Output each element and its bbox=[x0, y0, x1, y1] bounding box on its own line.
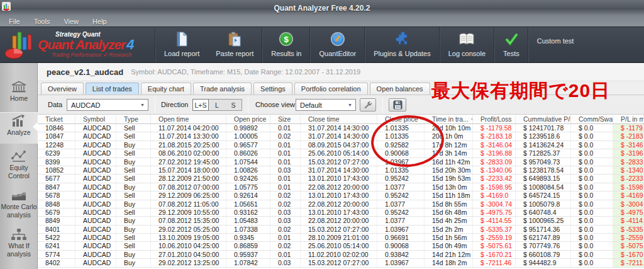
column-header-size[interactable]: Size bbox=[270, 115, 301, 123]
table-row[interactable]: 6241AUDCADSell10.06.2010 04:25:000.86859… bbox=[38, 242, 644, 250]
title-bar[interactable]: Quant Analyzer Free 4.20.2 bbox=[0, 0, 644, 16]
cell: 1.05651 bbox=[226, 200, 270, 208]
column-header-open-price[interactable]: Open price bbox=[226, 115, 270, 123]
report-header: peace_v2.1_audcad Symbol: AUDCAD, Timefr… bbox=[38, 63, 644, 81]
cell: 15d 1h 56m bbox=[425, 234, 473, 241]
table-row[interactable]: 6239AUDCADSell08.06.2010 02:00:000.86026… bbox=[38, 149, 644, 157]
column-header-ticket[interactable]: Ticket bbox=[38, 115, 75, 123]
cell: Sell bbox=[116, 242, 151, 249]
tab-open-balances[interactable]: Open balances bbox=[370, 83, 430, 94]
cell: 0.99892 bbox=[226, 124, 270, 132]
menu-tools[interactable]: Tools bbox=[31, 18, 58, 25]
direction-option-lpluss[interactable]: L+S bbox=[192, 99, 209, 111]
column-header-time-in-tra-[interactable]: Time in tra...▼1 bbox=[425, 115, 473, 123]
tab-overview[interactable]: Overview bbox=[41, 83, 84, 94]
cell: 0.02 bbox=[270, 132, 301, 140]
column-header-close-time[interactable]: Close time bbox=[301, 115, 377, 123]
cell: 13.01.2010 17:43:00 bbox=[301, 209, 377, 216]
cell: Sell bbox=[116, 209, 151, 216]
table-row[interactable]: 5677AUDCADSell28.12.2009 21:50:000.92426… bbox=[38, 175, 644, 183]
column-header-profit-loss[interactable]: Profit/Loss bbox=[473, 115, 516, 123]
cell: Buy bbox=[116, 251, 151, 258]
sidebar-item-montecarlo-analysis[interactable]: Monte Carloanalysis bbox=[0, 186, 38, 224]
tab-settings[interactable]: Settings bbox=[253, 83, 292, 94]
cell: $ 0.0 bbox=[571, 200, 613, 208]
table-row[interactable]: 10847AUDCADSell11.07.2014 13:30:001.0000… bbox=[38, 132, 644, 140]
cell: AUDCAD bbox=[75, 175, 116, 182]
column-header-close-price[interactable]: Close price bbox=[377, 115, 425, 123]
brand-check-icon: ✓ bbox=[103, 52, 108, 58]
results-in-button[interactable]: $Results in bbox=[263, 27, 309, 62]
cell: 07.08.2012 11:05:00 bbox=[151, 200, 226, 208]
column-header-cummulative-p-l[interactable]: Cummulative P/L bbox=[516, 115, 571, 123]
table-row[interactable]: 10846AUDCADSell11.07.2014 04:20:000.9989… bbox=[38, 124, 644, 132]
chevron-down-icon: ▼ bbox=[348, 103, 352, 107]
cell: 13.10.2009 19:05:00 bbox=[151, 234, 226, 241]
cell: 1.03967 bbox=[377, 259, 425, 266]
brand-version: 4 bbox=[126, 37, 134, 52]
column-header-type[interactable]: Type bbox=[116, 115, 151, 123]
table-row[interactable]: 5679AUDCADSell29.12.2009 10:55:000.93162… bbox=[38, 209, 644, 217]
what-if-icon bbox=[0, 228, 38, 241]
data-select[interactable]: AUDCAD ▼ bbox=[67, 99, 148, 111]
table-row[interactable]: 8849AUDCADBuy07.08.2012 15:35:001.054830… bbox=[38, 217, 644, 225]
column-header-open-time[interactable]: Open time bbox=[151, 115, 226, 123]
tab-portfolio-correlation[interactable]: Portfolio correlation bbox=[294, 83, 368, 94]
tab-list-of-trades[interactable]: List of trades bbox=[86, 83, 139, 94]
log-console-button[interactable]: Log console bbox=[440, 27, 494, 62]
cell: $ -2233.42 bbox=[613, 175, 644, 182]
direction-toggle-group: L+SLS bbox=[192, 99, 242, 111]
load-report-button[interactable]: Load report bbox=[156, 27, 208, 62]
column-header-comm-swap[interactable]: Comm/Swap bbox=[571, 115, 613, 123]
cell: 17d 8h 12m bbox=[425, 141, 473, 149]
cell: $ 0.0 bbox=[571, 242, 613, 249]
cell: 0.86026 bbox=[226, 149, 270, 157]
tests-button[interactable]: Tests bbox=[495, 27, 528, 62]
cell: AUDCAD bbox=[75, 209, 116, 216]
paste-report-icon bbox=[228, 31, 242, 47]
table-row[interactable]: 8847AUDCADBuy07.08.2012 07:00:001.057750… bbox=[38, 183, 644, 192]
cell: $ -7211.46 bbox=[613, 259, 644, 266]
plugins-updates-button[interactable]: Plugins & Updates bbox=[365, 27, 439, 62]
sidebar-item-whatif-analysis[interactable]: What Ifanalysis bbox=[0, 226, 38, 263]
menu-file[interactable]: File bbox=[6, 18, 28, 25]
sidebar-item-home[interactable]: Home bbox=[0, 78, 38, 108]
save-csv-button[interactable] bbox=[389, 98, 406, 112]
table-row[interactable]: 10852AUDCADSell15.07.2014 18:00:001.0082… bbox=[38, 166, 644, 175]
direction-option-s[interactable]: S bbox=[225, 100, 242, 110]
column-header-p-l-in-me-[interactable]: P/L in me... bbox=[613, 115, 644, 123]
column-header-symbol[interactable]: Symbol bbox=[75, 115, 116, 123]
window-title: Quant Analyzer Free 4.20.2 bbox=[0, 4, 644, 13]
view-select[interactable]: Default ▼ bbox=[296, 99, 356, 111]
brand-sub-right: Research bbox=[109, 52, 131, 58]
cell: 25.06.2010 05:14:00 bbox=[301, 242, 377, 249]
plugins-updates-icon bbox=[394, 31, 410, 47]
menu-view[interactable]: View bbox=[61, 18, 86, 25]
cell: 0.01 bbox=[270, 141, 301, 149]
sidebar-item-equity-control[interactable]: EquityControl bbox=[0, 147, 38, 184]
tab-equity-chart[interactable]: Equity chart bbox=[141, 83, 191, 94]
cell: 15d 19h 53m bbox=[425, 175, 473, 182]
cell: 15d 8h 55m bbox=[425, 200, 473, 208]
cell: AUDCAD bbox=[75, 226, 116, 233]
custom-test-button[interactable]: Custom test bbox=[529, 27, 582, 62]
table-row[interactable]: 8848AUDCADBuy07.08.2012 11:05:001.056510… bbox=[38, 200, 644, 209]
cell: $ 0.0 bbox=[571, 226, 613, 233]
view-settings-button[interactable] bbox=[360, 98, 376, 112]
table-row[interactable]: 5422AUDCADSell13.10.2009 19:05:000.93450… bbox=[38, 234, 644, 242]
direction-option-l[interactable]: L bbox=[209, 100, 225, 110]
cell: $ 0.0 bbox=[571, 141, 613, 149]
table-row[interactable]: 8399AUDCADBuy27.02.2012 19:45:001.075440… bbox=[38, 158, 644, 166]
cell: Sell bbox=[116, 175, 151, 182]
menu-help[interactable]: Help bbox=[90, 18, 114, 25]
table-row[interactable]: 8402AUDCADBuy29.02.2012 13:25:001.078420… bbox=[38, 259, 644, 267]
table-row[interactable]: 5678AUDCADSell29.12.2009 06:25:000.92614… bbox=[38, 192, 644, 200]
sidebar-item-analyze[interactable]: Analyze bbox=[0, 112, 38, 144]
table-row[interactable]: 12248AUDCADBuy21.08.2015 20:25:000.96577… bbox=[38, 141, 644, 149]
table-row[interactable]: 5774AUDCADBuy27.01.2010 04:50:000.959370… bbox=[38, 251, 644, 259]
table-row[interactable]: 8401AUDCADBuy29.02.2012 05:25:001.073380… bbox=[38, 226, 644, 234]
paste-report-button[interactable]: Paste report bbox=[208, 27, 262, 62]
tab-trade-analysis[interactable]: Trade analysis bbox=[193, 83, 252, 94]
quanteditor-button[interactable]: QuantEditor bbox=[311, 27, 364, 62]
cell: $ -2233.42 bbox=[473, 175, 516, 182]
